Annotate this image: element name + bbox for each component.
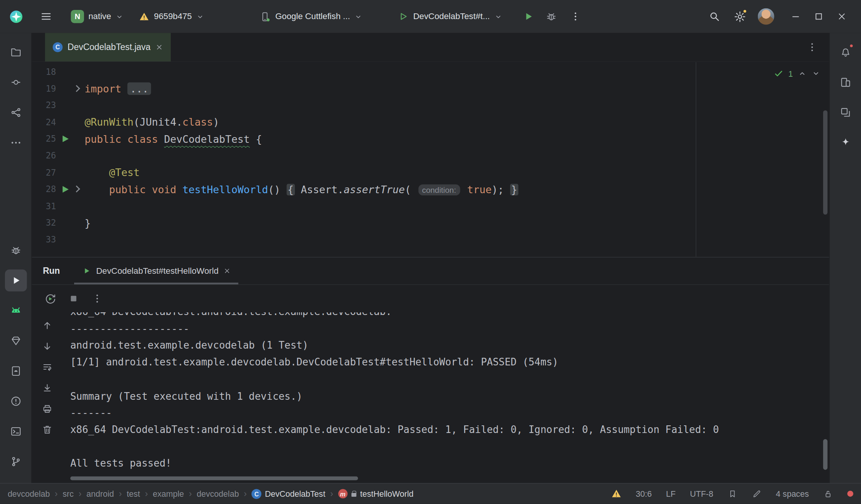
breadcrumb-item[interactable]: test bbox=[127, 489, 140, 498]
breadcrumb-item[interactable]: devcodelab bbox=[8, 489, 50, 498]
run-config-name: DevCodelabTest#t... bbox=[413, 11, 490, 21]
lock-open-icon[interactable] bbox=[823, 489, 833, 499]
inspections-widget[interactable]: 1 bbox=[774, 69, 821, 79]
rail-app-insights-button[interactable] bbox=[5, 330, 27, 352]
main-menu-button[interactable] bbox=[36, 6, 57, 27]
editor-line[interactable]: 19import ... bbox=[32, 81, 829, 97]
java-class-icon: C bbox=[53, 42, 63, 52]
fold-chevron-icon[interactable] bbox=[73, 186, 80, 192]
rail-structure-button[interactable] bbox=[5, 101, 27, 123]
rail-problems-button[interactable] bbox=[5, 390, 27, 412]
run-test-gutter-icon[interactable] bbox=[63, 186, 69, 192]
maximize-icon bbox=[813, 11, 824, 22]
hamburger-icon bbox=[40, 10, 52, 23]
editor-line[interactable]: 27 @Test bbox=[32, 164, 829, 181]
tab-options-button[interactable] bbox=[802, 37, 823, 58]
rerun-button[interactable] bbox=[42, 290, 58, 307]
breadcrumb-label: example bbox=[153, 489, 184, 498]
editor-line[interactable]: 24@RunWith(JUnit4.class) bbox=[32, 114, 829, 131]
more-actions-button[interactable] bbox=[565, 6, 586, 27]
highlighting-pen-icon[interactable] bbox=[752, 489, 762, 499]
rail-logcat-button[interactable] bbox=[5, 299, 27, 321]
maximize-button[interactable] bbox=[807, 5, 830, 28]
settings-button[interactable] bbox=[729, 6, 750, 27]
code-editor[interactable]: 1819import ...2324@RunWith(JUnit4.class)… bbox=[32, 62, 829, 257]
rail-layout-inspector-button[interactable] bbox=[834, 101, 856, 123]
printer-icon bbox=[42, 404, 53, 415]
breadcrumb-item[interactable]: example bbox=[153, 489, 184, 498]
close-tab-icon[interactable] bbox=[155, 44, 163, 51]
more-ellipsis-icon bbox=[10, 136, 22, 149]
run-test-gutter-icon[interactable] bbox=[63, 136, 69, 142]
print-button[interactable] bbox=[41, 403, 53, 415]
breadcrumb-label: android bbox=[86, 489, 114, 498]
kebab-menu-icon bbox=[807, 42, 818, 53]
run-button[interactable] bbox=[518, 6, 539, 27]
close-button[interactable] bbox=[830, 5, 853, 28]
editor-scrollbar[interactable] bbox=[823, 110, 828, 215]
rail-debug-button[interactable] bbox=[5, 239, 27, 261]
structure-graph-icon bbox=[10, 106, 22, 118]
console-h-scrollbar[interactable] bbox=[70, 477, 358, 480]
breadcrumb-item[interactable]: devcodelab bbox=[197, 489, 239, 498]
editor-line[interactable]: 31 bbox=[32, 198, 829, 215]
editor-line[interactable]: 25public class DevCodelabTest { bbox=[32, 131, 829, 147]
gutter bbox=[56, 181, 85, 198]
run-tab[interactable]: DevCodelabTest#testHelloWorld bbox=[74, 257, 238, 284]
editor-line[interactable]: 18 bbox=[32, 64, 829, 81]
console-v-scrollbar[interactable] bbox=[823, 439, 828, 470]
tab-devcodelabtest-java[interactable]: C DevCodelabTest.java bbox=[45, 33, 171, 61]
run-options-button[interactable] bbox=[89, 290, 105, 307]
editor-line[interactable]: 33 bbox=[32, 231, 829, 248]
breadcrumb-item[interactable]: android bbox=[86, 489, 114, 498]
rail-run-button[interactable] bbox=[5, 269, 27, 291]
chevron-down-icon bbox=[115, 12, 124, 21]
rail-commit-button[interactable] bbox=[5, 71, 27, 93]
editor-line[interactable]: 26 bbox=[32, 147, 829, 164]
tab-label: DevCodelabTest.java bbox=[68, 42, 151, 52]
rail-terminal-button[interactable] bbox=[5, 420, 27, 442]
rail-project-button[interactable] bbox=[5, 41, 27, 63]
rail-gemini-button[interactable] bbox=[834, 131, 856, 153]
warning-icon[interactable] bbox=[611, 488, 621, 499]
fold-chevron-icon[interactable] bbox=[73, 85, 80, 92]
search-everywhere-button[interactable] bbox=[704, 6, 725, 27]
bookmark-icon[interactable] bbox=[728, 489, 738, 499]
vcs-widget[interactable]: 9659b475 bbox=[136, 6, 208, 27]
next-problem-chevron-icon[interactable] bbox=[812, 69, 821, 78]
breadcrumb-item[interactable]: CDevCodelabTest bbox=[252, 489, 325, 499]
editor-line[interactable]: 32} bbox=[32, 215, 829, 231]
editor-line[interactable]: 28 public void testHelloWorld() { Assert… bbox=[32, 181, 829, 198]
soft-wrap-button[interactable] bbox=[41, 361, 53, 373]
editor-line[interactable]: 23 bbox=[32, 97, 829, 114]
clear-console-button[interactable] bbox=[41, 424, 53, 436]
debug-button[interactable] bbox=[541, 6, 562, 27]
console-viewport[interactable]: x86_64 DevCodelabTest:android.test.examp… bbox=[63, 312, 829, 483]
project-widget[interactable]: N native bbox=[68, 6, 127, 27]
indent-setting[interactable]: 4 spaces bbox=[776, 489, 809, 498]
rail-version-control-button[interactable] bbox=[5, 450, 27, 472]
prev-problem-chevron-icon[interactable] bbox=[798, 69, 807, 78]
rail-device-manager-button[interactable] bbox=[834, 71, 856, 93]
breadcrumb-item[interactable]: src bbox=[63, 489, 74, 498]
minimize-button[interactable] bbox=[784, 5, 807, 28]
close-run-tab-icon[interactable] bbox=[223, 267, 231, 275]
prev-occurrence-button[interactable] bbox=[41, 320, 53, 332]
scroll-to-end-button[interactable] bbox=[41, 382, 53, 394]
next-occurrence-button[interactable] bbox=[41, 340, 53, 352]
class-icon: C bbox=[252, 489, 262, 499]
rail-running-devices-button[interactable] bbox=[5, 360, 27, 382]
breadcrumb-item[interactable]: mtestHelloWorld bbox=[338, 489, 413, 498]
profile-avatar[interactable] bbox=[756, 6, 777, 27]
run-panel-toolbar bbox=[32, 285, 829, 312]
device-selector[interactable]: Google Cuttlefish ... bbox=[256, 6, 366, 27]
caret-position[interactable]: 30:6 bbox=[636, 489, 652, 498]
rail-more-button[interactable] bbox=[5, 131, 27, 153]
scroll-to-end-icon bbox=[42, 383, 53, 394]
rail-notifications-button[interactable] bbox=[834, 41, 856, 63]
stop-button[interactable] bbox=[65, 290, 82, 307]
run-configuration-selector[interactable]: DevCodelabTest#t... bbox=[395, 6, 506, 27]
line-ending[interactable]: LF bbox=[666, 489, 676, 498]
error-indicator-dot[interactable] bbox=[847, 491, 853, 497]
file-encoding[interactable]: UTF-8 bbox=[690, 489, 713, 498]
